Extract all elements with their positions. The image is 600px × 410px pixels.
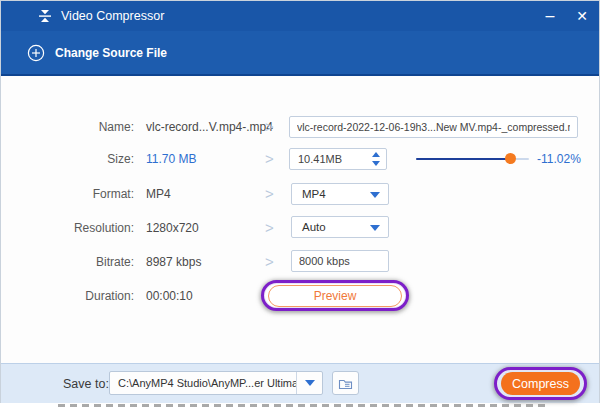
compress-annotation-ring: Compress — [494, 367, 587, 400]
save-path-combobox[interactable]: C:\AnyMP4 Studio\AnyMP...er Ultimate\Com… — [109, 371, 323, 395]
preview-button[interactable]: Preview — [268, 285, 402, 307]
video-compressor-window: Video Compressor – ✕ Change Source File … — [0, 0, 600, 403]
dropdown-arrow-icon — [370, 192, 380, 198]
save-path-value: C:\AnyMP4 Studio\AnyMP...er Ultimate\Com… — [110, 372, 296, 394]
bitrate-label: Bitrate: — [1, 255, 134, 269]
target-bitrate-input[interactable] — [291, 250, 389, 272]
screen: Video Compressor – ✕ Change Source File … — [0, 0, 600, 410]
format-label: Format: — [1, 187, 134, 201]
folder-icon — [338, 377, 353, 390]
plus-circle-icon — [27, 44, 45, 62]
spin-down-icon[interactable] — [372, 161, 380, 166]
resolution-label: Resolution: — [1, 221, 134, 235]
cropped-text-artifact — [58, 404, 550, 407]
close-button[interactable]: ✕ — [567, 1, 597, 31]
chevron-right-icon: > — [265, 186, 274, 201]
target-size-spinner[interactable] — [289, 148, 387, 170]
size-slider[interactable] — [416, 152, 529, 166]
save-to-label: Save to: — [63, 377, 109, 391]
format-dropdown[interactable]: MP4 — [291, 183, 389, 205]
spin-up-icon[interactable] — [372, 152, 380, 157]
slider-fill — [416, 158, 511, 160]
compression-ratio: -11.02% — [537, 152, 587, 166]
dropdown-arrow-icon — [370, 225, 380, 231]
slider-knob[interactable] — [505, 153, 516, 164]
duration-label: Duration: — [1, 289, 134, 303]
name-current-value: vlc-record...V.mp4-.mp4 — [146, 120, 273, 134]
save-path-dropdown-button[interactable] — [296, 372, 322, 394]
name-label: Name: — [1, 120, 134, 134]
header-strip: Change Source File — [1, 31, 599, 76]
resolution-selected: Auto — [302, 221, 326, 233]
size-spin-arrows — [372, 152, 380, 166]
chevron-right-icon: > — [265, 151, 274, 166]
minimize-button[interactable]: – — [535, 1, 565, 31]
format-current-value: MP4 — [146, 187, 171, 201]
chevron-right-icon: > — [265, 220, 274, 235]
bitrate-current-value: 8987 kbps — [146, 255, 201, 269]
chevron-right-icon: > — [265, 254, 274, 269]
preview-annotation-ring: Preview — [261, 280, 409, 311]
compress-app-icon — [37, 8, 53, 24]
size-current-value: 11.70 MB — [146, 152, 196, 166]
window-title: Video Compressor — [61, 9, 164, 23]
dropdown-arrow-icon — [305, 380, 315, 386]
resolution-current-value: 1280x720 — [146, 221, 199, 235]
size-label: Size: — [1, 152, 134, 166]
duration-current-value: 00:00:10 — [146, 289, 193, 303]
compress-button[interactable]: Compress — [501, 372, 580, 395]
output-name-input[interactable] — [289, 116, 578, 138]
resolution-dropdown[interactable]: Auto — [291, 216, 389, 238]
open-folder-button[interactable] — [332, 371, 359, 395]
change-source-file-button[interactable]: Change Source File — [27, 43, 167, 63]
title-bar: Video Compressor – ✕ — [1, 1, 599, 31]
target-size-input[interactable] — [290, 149, 364, 169]
change-source-file-label: Change Source File — [55, 46, 167, 60]
chevron-right-icon: > — [265, 119, 274, 134]
format-selected: MP4 — [302, 188, 326, 200]
